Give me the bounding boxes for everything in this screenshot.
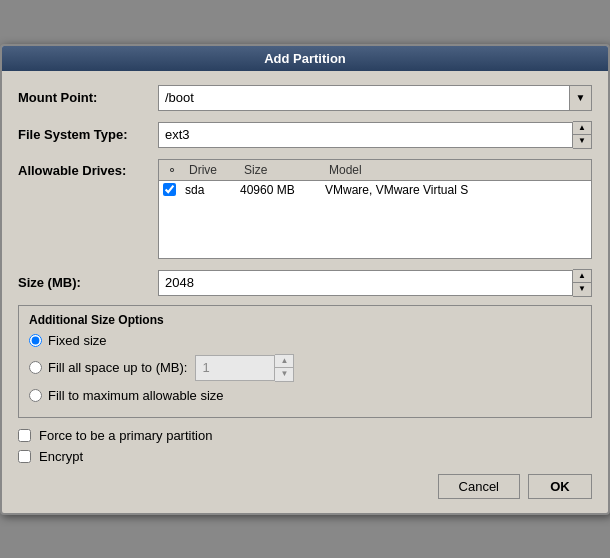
fill-up-radio[interactable] (29, 361, 42, 374)
add-partition-dialog: Add Partition Mount Point: ▼ File System… (0, 44, 610, 515)
file-system-spin-down[interactable]: ▼ (573, 135, 591, 148)
file-system-label: File System Type: (18, 127, 158, 142)
size-spinner: ▲ ▼ (573, 269, 592, 297)
size-input[interactable] (158, 270, 573, 296)
size-spin-up[interactable]: ▲ (573, 270, 591, 283)
button-row: Cancel OK (18, 474, 592, 499)
drives-table-header: ⚬ Drive Size Model (159, 160, 591, 181)
fixed-size-label: Fixed size (48, 333, 107, 348)
drives-table: ⚬ Drive Size Model sda 40960 MB VMware, … (158, 159, 592, 259)
file-system-spin-up[interactable]: ▲ (573, 122, 591, 135)
allowable-drives-row: Allowable Drives: ⚬ Drive Size Model sda… (18, 159, 592, 259)
file-system-input[interactable] (158, 122, 573, 148)
additional-size-section: Additional Size Options Fixed size Fill … (18, 305, 592, 418)
mount-point-dropdown-btn[interactable]: ▼ (570, 85, 592, 111)
drive-checkbox-sda[interactable] (163, 183, 176, 196)
size-row: Size (MB): ▲ ▼ (18, 269, 592, 297)
dialog-title: Add Partition (2, 46, 608, 71)
fill-max-label: Fill to maximum allowable size (48, 388, 224, 403)
mount-point-label: Mount Point: (18, 90, 158, 105)
file-system-control: ▲ ▼ (158, 121, 592, 149)
fill-up-label: Fill all space up to (MB): (48, 360, 187, 375)
drive-model-sda: VMware, VMware Virtual S (325, 183, 587, 197)
col-header-check: ⚬ (163, 162, 185, 178)
drive-size-sda: 40960 MB (240, 183, 325, 197)
drive-name-sda: sda (185, 183, 240, 197)
file-system-spinner: ▲ ▼ (573, 121, 592, 149)
allowable-drives-label: Allowable Drives: (18, 159, 158, 178)
fill-up-spin-down[interactable]: ▼ (275, 368, 293, 381)
drive-checkbox-cell (163, 183, 185, 196)
mount-point-input[interactable] (158, 85, 570, 111)
col-header-drive: Drive (185, 162, 240, 178)
fill-up-input[interactable] (195, 355, 275, 381)
col-header-size: Size (240, 162, 325, 178)
encrypt-row: Encrypt (18, 449, 592, 464)
size-spin-down[interactable]: ▼ (573, 283, 591, 296)
fill-up-spinner: ▲ ▼ (275, 354, 294, 382)
additional-size-legend: Additional Size Options (25, 313, 168, 327)
col-header-model: Model (325, 162, 587, 178)
ok-button[interactable]: OK (528, 474, 592, 499)
force-primary-row: Force to be a primary partition (18, 428, 592, 443)
force-primary-checkbox[interactable] (18, 429, 31, 442)
size-control: ▲ ▼ (158, 269, 592, 297)
fill-max-row: Fill to maximum allowable size (29, 388, 581, 403)
fill-up-row: Fill all space up to (MB): ▲ ▼ (29, 354, 581, 382)
drives-table-row: sda 40960 MB VMware, VMware Virtual S (159, 181, 591, 199)
file-system-row: File System Type: ▲ ▼ (18, 121, 592, 149)
fill-max-radio[interactable] (29, 389, 42, 402)
mount-point-row: Mount Point: ▼ (18, 85, 592, 111)
fill-up-spin-up[interactable]: ▲ (275, 355, 293, 368)
fixed-size-row: Fixed size (29, 333, 581, 348)
mount-point-control: ▼ (158, 85, 592, 111)
force-primary-label: Force to be a primary partition (39, 428, 212, 443)
cancel-button[interactable]: Cancel (438, 474, 520, 499)
encrypt-checkbox[interactable] (18, 450, 31, 463)
fixed-size-radio[interactable] (29, 334, 42, 347)
encrypt-label: Encrypt (39, 449, 83, 464)
size-label: Size (MB): (18, 275, 158, 290)
title-text: Add Partition (264, 51, 346, 66)
